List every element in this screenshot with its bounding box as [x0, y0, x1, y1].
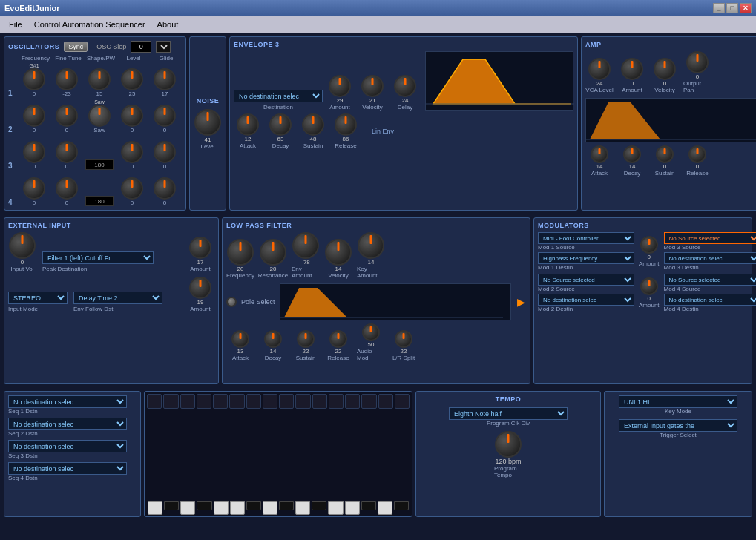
seq-step[interactable] — [246, 394, 261, 409]
osc-1-shape-knob[interactable] — [88, 68, 111, 90]
piano-key-black[interactable] — [246, 501, 261, 510]
osc-2-freq-knob[interactable] — [23, 105, 45, 127]
amp-output-pan-knob[interactable] — [686, 51, 709, 73]
mod2-destin-select[interactable]: No destination selec — [538, 294, 634, 306]
lpf-env-amount-knob[interactable] — [292, 232, 319, 259]
env3-velocity-knob[interactable] — [361, 75, 384, 97]
seq-step[interactable] — [345, 394, 360, 409]
mod1-amount-knob[interactable] — [640, 236, 658, 254]
mod1-destin-select[interactable]: Highpass Frequency — [538, 252, 634, 264]
ext-amount-knob[interactable] — [189, 237, 211, 259]
lpf-audio-mod-knob[interactable] — [362, 323, 380, 341]
amp-vca-level-knob[interactable] — [588, 58, 611, 80]
osc-2-glide-knob[interactable] — [154, 105, 176, 127]
osc-1-freq-knob[interactable] — [23, 68, 45, 90]
osc-3-level-knob[interactable] — [121, 141, 143, 163]
minimize-button[interactable]: _ — [713, 3, 725, 13]
seq-step[interactable] — [163, 394, 178, 409]
seq3-dest-select[interactable]: No destination selec — [8, 440, 127, 452]
env3-decay-knob[interactable] — [269, 113, 292, 136]
tempo-prog-clk-select[interactable]: Eighth Note half — [449, 407, 568, 420]
lpf-lr-split-knob[interactable] — [395, 330, 412, 348]
piano-key[interactable] — [214, 501, 229, 515]
lpf-sustain-knob[interactable] — [297, 330, 315, 348]
ext-amount2-knob[interactable] — [189, 277, 211, 299]
trigger-select[interactable]: External Input gates the — [619, 419, 737, 432]
seq2-dest-select[interactable]: No destination selec — [8, 418, 127, 430]
osc-2-level-knob[interactable] — [121, 105, 143, 127]
seq-step[interactable] — [147, 394, 162, 409]
amp-release-knob[interactable] — [688, 145, 706, 163]
osc-1-fine-knob[interactable] — [56, 68, 78, 90]
seq-step[interactable] — [197, 394, 211, 409]
key-mode-select[interactable]: UNI 1 HI — [619, 395, 737, 408]
maximize-button[interactable]: □ — [726, 3, 738, 13]
env3-sustain-knob[interactable] — [302, 113, 324, 136]
amp-decay-knob[interactable] — [623, 145, 641, 163]
osc-4-level-knob[interactable] — [121, 177, 143, 200]
lpf-freq-knob[interactable] — [227, 239, 254, 266]
amp-sustain-knob[interactable] — [656, 145, 674, 163]
seq1-dest-select[interactable]: No destination selec — [8, 395, 127, 408]
osc-slop-select[interactable] — [156, 41, 171, 53]
seq-step[interactable] — [213, 394, 228, 409]
piano-key[interactable] — [328, 501, 343, 515]
piano-key[interactable] — [148, 501, 162, 515]
piano-key[interactable] — [180, 501, 195, 515]
menu-about[interactable]: About — [151, 19, 185, 30]
piano-key-black[interactable] — [312, 501, 326, 510]
env3-attack-knob[interactable] — [237, 113, 259, 136]
mod3-destin-select[interactable]: No destination selec — [664, 252, 756, 264]
mod2-amount-knob[interactable] — [640, 277, 658, 295]
ext-peak-dest-select[interactable]: Filter 1 (left) Cutoff Fr — [42, 251, 154, 264]
env3-release-knob[interactable] — [335, 113, 357, 136]
piano-key-black[interactable] — [394, 501, 409, 510]
osc-slop-input[interactable] — [131, 41, 151, 53]
seq-step[interactable] — [229, 394, 244, 409]
menu-file[interactable]: File — [3, 19, 28, 30]
mod1-source-select[interactable]: Midi - Foot Controller — [538, 232, 634, 244]
seq-step[interactable] — [295, 394, 310, 409]
lpf-resonance-knob[interactable] — [260, 239, 286, 266]
mod4-source-select[interactable]: No Source selected — [664, 274, 756, 286]
close-button[interactable]: ✕ — [740, 3, 752, 13]
piano-key[interactable] — [230, 501, 245, 515]
lpf-key-amount-knob[interactable] — [358, 232, 384, 259]
seq-step[interactable] — [329, 394, 344, 409]
ext-input-vol-knob[interactable] — [9, 232, 36, 259]
env3-amount-knob[interactable] — [329, 75, 351, 97]
piano-key[interactable] — [263, 501, 277, 515]
seq-step[interactable] — [361, 394, 376, 409]
env3-dest-select[interactable]: No destination selec — [234, 90, 323, 102]
osc-3-freq-knob[interactable] — [23, 141, 45, 163]
sync-button[interactable]: Sync — [64, 42, 88, 52]
seq-step[interactable] — [180, 394, 195, 409]
piano-key-black[interactable] — [164, 501, 179, 510]
piano-key[interactable] — [378, 501, 392, 515]
piano-key-black[interactable] — [197, 501, 211, 510]
mod3-source-select[interactable]: No Source selected — [664, 232, 756, 244]
osc-4-fine-knob[interactable] — [56, 177, 78, 200]
osc-2-shape-knob[interactable] — [88, 105, 111, 127]
piano-key-black[interactable] — [361, 501, 376, 510]
amp-amount-knob[interactable] — [621, 58, 643, 80]
osc-1-level-knob[interactable] — [121, 68, 143, 90]
mod4-destin-select[interactable]: No destination selec — [664, 294, 756, 306]
lpf-attack-knob[interactable] — [231, 330, 249, 348]
osc-3-glide-knob[interactable] — [154, 141, 176, 163]
amp-attack-knob[interactable] — [591, 145, 608, 163]
seq-step[interactable] — [279, 394, 294, 409]
ext-input-mode-select[interactable]: STEREO — [8, 292, 68, 304]
ext-env-follow-select[interactable]: Delay Time 2 — [73, 292, 162, 304]
piano-key-black[interactable] — [279, 501, 294, 510]
menu-cas[interactable]: Control Automation Sequencer — [28, 19, 151, 30]
osc-3-fine-knob[interactable] — [56, 141, 78, 163]
piano-key[interactable] — [295, 501, 310, 515]
lpf-velocity-knob[interactable] — [325, 239, 352, 266]
lpf-decay-knob[interactable] — [264, 330, 282, 348]
seq-step[interactable] — [263, 394, 277, 409]
osc-4-glide-knob[interactable] — [154, 177, 176, 200]
lpf-release-knob[interactable] — [329, 330, 347, 348]
seq4-dest-select[interactable]: No destination selec — [8, 462, 127, 475]
env3-delay-knob[interactable] — [394, 75, 416, 97]
